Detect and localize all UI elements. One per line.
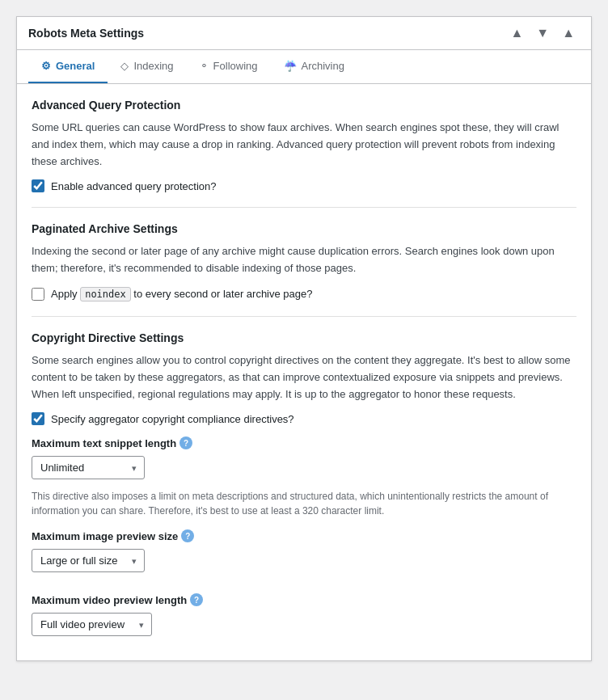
tab-indexing[interactable]: ◇ Indexing: [108, 50, 186, 83]
noindex-code: noindex: [80, 287, 131, 302]
copyright-directive-description: Some search engines allow you to control…: [32, 352, 576, 403]
snippet-length-label: Maximum text snippet length ?: [32, 436, 576, 449]
tab-general[interactable]: ⚙ General: [28, 50, 108, 83]
copyright-directive-checkbox[interactable]: [32, 412, 44, 425]
copyright-directive-title: Copyright Directive Settings: [32, 331, 576, 344]
paginated-archive-checkbox[interactable]: [32, 288, 44, 301]
divider-2: [32, 316, 576, 317]
video-preview-label: Maximum video preview length ?: [32, 593, 576, 606]
paginated-archive-description: Indexing the second or later page of any…: [32, 243, 576, 277]
widget-controls: ▲ ▼ ▲: [505, 25, 580, 41]
tab-following[interactable]: ⚬ Following: [187, 50, 271, 83]
divider-1: [32, 207, 576, 208]
tab-archiving[interactable]: ☔ Archiving: [271, 50, 357, 83]
paginated-archive-title: Paginated Archive Settings: [32, 222, 576, 235]
paginated-archive-section: Paginated Archive Settings Indexing the …: [32, 222, 576, 302]
collapse-down-button[interactable]: ▼: [531, 25, 554, 41]
image-preview-help-badge[interactable]: ?: [181, 529, 194, 542]
video-preview-help-badge[interactable]: ?: [190, 593, 203, 606]
tab-bar: ⚙ General ◇ Indexing ⚬ Following ☔ Archi…: [17, 50, 591, 84]
tab-general-label: General: [56, 60, 95, 72]
advanced-query-checkbox-label[interactable]: Enable advanced query protection?: [51, 180, 217, 192]
advanced-query-description: Some URL queries can cause WordPress to …: [32, 120, 576, 170]
robots-meta-settings-widget: Robots Meta Settings ▲ ▼ ▲ ⚙ General ◇ I…: [16, 16, 592, 661]
following-icon: ⚬: [200, 60, 209, 72]
widget-title: Robots Meta Settings: [28, 27, 144, 40]
advanced-query-section: Advanced Query Protection Some URL queri…: [32, 99, 576, 192]
archiving-icon: ☔: [284, 60, 297, 72]
advanced-query-checkbox-row: Enable advanced query protection?: [32, 179, 576, 192]
snippet-length-select[interactable]: Unlimited 320 characters No snippet: [32, 456, 145, 479]
advanced-query-checkbox[interactable]: [32, 179, 44, 192]
copyright-directive-checkbox-label[interactable]: Specify aggregator copyright compliance …: [51, 413, 294, 425]
indexing-icon: ◇: [120, 60, 129, 72]
paginated-label-before: Apply: [51, 288, 78, 300]
widget-header: Robots Meta Settings ▲ ▼ ▲: [17, 17, 591, 50]
snippet-note: This directive also imposes a limit on m…: [32, 489, 576, 518]
copyright-directive-section: Copyright Directive Settings Some search…: [32, 331, 576, 646]
image-preview-select-wrapper: Large or full size Standard size No prev…: [32, 549, 145, 572]
snippet-select-wrapper: Unlimited 320 characters No snippet ▾: [32, 456, 145, 479]
widget-content: Advanced Query Protection Some URL queri…: [17, 84, 591, 660]
collapse-up-button[interactable]: ▲: [505, 25, 528, 41]
copyright-directive-checkbox-row: Specify aggregator copyright compliance …: [32, 412, 576, 425]
snippet-help-badge[interactable]: ?: [179, 436, 192, 449]
paginated-archive-checkbox-label[interactable]: Apply noindex to every second or later a…: [51, 287, 313, 302]
gear-icon: ⚙: [41, 60, 51, 72]
tab-indexing-label: Indexing: [133, 60, 173, 72]
video-preview-select[interactable]: Full video preview No video preview: [32, 613, 152, 636]
video-preview-select-wrapper: Full video preview No video preview ▾: [32, 613, 152, 636]
paginated-label-after: to every second or later archive page?: [133, 288, 312, 300]
paginated-archive-checkbox-row: Apply noindex to every second or later a…: [32, 287, 576, 302]
tab-following-label: Following: [213, 60, 258, 72]
image-preview-label: Maximum image preview size ?: [32, 529, 576, 542]
advanced-query-title: Advanced Query Protection: [32, 99, 576, 112]
tab-archiving-label: Archiving: [302, 60, 344, 72]
expand-button[interactable]: ▲: [557, 25, 580, 41]
image-preview-select[interactable]: Large or full size Standard size No prev…: [32, 549, 145, 572]
